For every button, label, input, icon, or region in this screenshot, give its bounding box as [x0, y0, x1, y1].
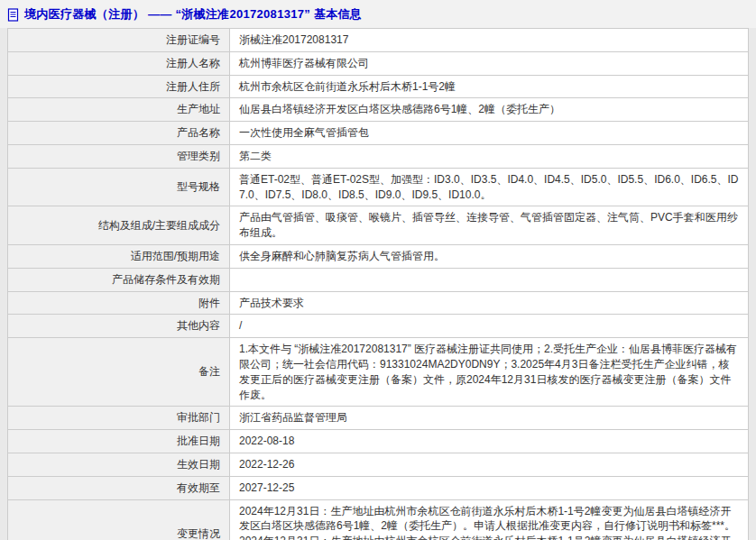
row-value: 产品技术要求: [230, 291, 749, 315]
row-label: 管理类别: [8, 144, 230, 168]
table-row-change-history: 变更情况 2024年12月31日：生产地址由杭州市余杭区仓前街道永乐村后木桥1-…: [8, 499, 749, 540]
row-label: 有效期至: [8, 476, 230, 499]
row-label: 变更情况: [8, 499, 230, 540]
row-label: 生产地址: [8, 98, 230, 122]
page-title: 境内医疗器械（注册） —— “浙械注准20172081317” 基本信息: [24, 6, 362, 23]
table-row-expiry-date: 有效期至 2027-12-25: [8, 476, 749, 499]
row-label: 生效日期: [8, 453, 230, 476]
row-value: 2024年12月31日：生产地址由杭州市余杭区仓前街道永乐村后木桥1-1号2幢变…: [230, 499, 749, 540]
row-value: 仙居县白塔镇经济开发区白塔区块感德路6号1幢、2幢（委托生产）: [230, 98, 749, 122]
row-label: 注册人名称: [8, 51, 230, 75]
row-label: 审批部门: [8, 407, 230, 430]
table-row-production-address: 生产地址 仙居县白塔镇经济开发区白塔区块感德路6号1幢、2幢（委托生产）: [8, 98, 749, 122]
table-row-management-category: 管理类别 第二类: [8, 144, 749, 168]
table-row-registrant-address: 注册人住所 杭州市余杭区仓前街道永乐村后木桥1-1号2幢: [8, 75, 749, 98]
row-value: 产品由气管插管、吸痰管、喉镜片、插管导丝、连接导管、气管插管固定器、注气筒、PV…: [230, 206, 749, 245]
row-label: 附件: [8, 291, 230, 315]
table-row-reg-number: 注册证编号 浙械注准20172081317: [8, 29, 749, 52]
table-row-other-content: 其他内容 /: [8, 315, 749, 338]
row-label: 批准日期: [8, 430, 230, 453]
table-row-approval-department: 审批部门 浙江省药品监督管理局: [8, 407, 749, 430]
table-row-model-spec: 型号规格 普通ET-02型、普通ET-02S型、加强型：ID3.0、ID3.5、…: [8, 168, 749, 206]
header-bar: 境内医疗器械（注册） —— “浙械注准20172081317” 基本信息: [0, 0, 756, 28]
row-value: 杭州市余杭区仓前街道永乐村后木桥1-1号2幢: [230, 75, 749, 98]
row-label: 产品名称: [8, 122, 230, 145]
row-label: 型号规格: [8, 168, 230, 206]
document-icon: [7, 8, 19, 22]
table-row-product-name: 产品名称 一次性使用全麻气管插管包: [8, 122, 749, 145]
table-row-registrant-name: 注册人名称 杭州博菲医疗器械有限公司: [8, 51, 749, 75]
table-row-attachment: 附件 产品技术要求: [8, 291, 749, 315]
row-value: /: [230, 315, 749, 338]
row-value: 普通ET-02型、普通ET-02S型、加强型：ID3.0、ID3.5、ID4.0…: [230, 168, 749, 206]
row-label: 结构及组成/主要组成成分: [8, 206, 230, 245]
row-value: 第二类: [230, 144, 749, 168]
row-value: 杭州博菲医疗器械有限公司: [230, 51, 749, 75]
table-row-intended-use: 适用范围/预期用途 供全身麻醉和心肺脑复苏病人气管插管用。: [8, 244, 749, 268]
row-value: 浙械注准20172081317: [230, 29, 749, 52]
row-value: 2022-08-18: [230, 430, 749, 453]
row-label: 注册人住所: [8, 75, 230, 98]
info-table: 注册证编号 浙械注准20172081317 注册人名称 杭州博菲医疗器械有限公司…: [7, 28, 749, 540]
row-value: 浙江省药品监督管理局: [230, 407, 749, 430]
row-value: 一次性使用全麻气管插管包: [230, 122, 749, 145]
row-label: 其他内容: [8, 315, 230, 338]
page: 境内医疗器械（注册） —— “浙械注准20172081317” 基本信息 注册证…: [0, 0, 756, 540]
row-label: 备注: [8, 338, 230, 407]
row-value: [230, 268, 749, 291]
row-label: 注册证编号: [8, 29, 230, 52]
table-row-storage-condition: 产品储存条件及有效期: [8, 268, 749, 291]
table-row-composition: 结构及组成/主要组成成分 产品由气管插管、吸痰管、喉镜片、插管导丝、连接导管、气…: [8, 206, 749, 245]
row-value: 供全身麻醉和心肺脑复苏病人气管插管用。: [230, 244, 749, 268]
table-row-effective-date: 生效日期 2022-12-26: [8, 453, 749, 476]
table-row-approval-date: 批准日期 2022-08-18: [8, 430, 749, 453]
row-value: 2022-12-26: [230, 453, 749, 476]
row-value: 1.本文件与 “浙械注准20172081317” 医疗器械注册证共同使用；2.受…: [230, 338, 749, 407]
row-label: 适用范围/预期用途: [8, 244, 230, 268]
table-row-remarks: 备注 1.本文件与 “浙械注准20172081317” 医疗器械注册证共同使用；…: [8, 338, 749, 407]
row-value: 2027-12-25: [230, 476, 749, 499]
row-label: 产品储存条件及有效期: [8, 268, 230, 291]
